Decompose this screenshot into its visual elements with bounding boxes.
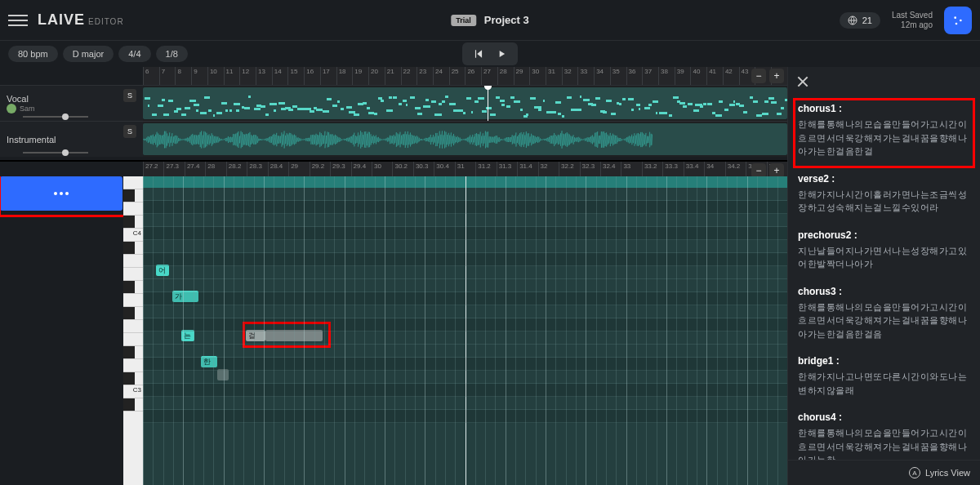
timesig-chip[interactable]: 4/4 bbox=[118, 46, 150, 62]
last-saved: Last Saved 12m ago bbox=[892, 11, 933, 30]
sparkle-icon bbox=[951, 14, 964, 27]
lyric-section-chorus4[interactable]: chorus4 :한해를통해나의모습을만들어가고시간이흐르면서더욱강해져가는걸내… bbox=[798, 412, 970, 460]
lyric-section-chorus3[interactable]: chorus3 :한해를통해나의모습을만들어가고시간이흐르면서더욱강해져가는걸내… bbox=[798, 286, 970, 341]
menu-icon[interactable] bbox=[8, 11, 28, 30]
track-header-instrumental[interactable]: Instrumental S bbox=[0, 121, 143, 157]
voice-name: Sam bbox=[20, 105, 35, 113]
solo-button-instrumental[interactable]: S bbox=[123, 125, 136, 138]
zoom-out-button[interactable]: − bbox=[751, 69, 766, 83]
prev-button[interactable] bbox=[470, 46, 487, 62]
transport-controls bbox=[462, 42, 518, 65]
solo-button-vocal[interactable]: S bbox=[123, 89, 136, 102]
globe-icon bbox=[848, 16, 858, 25]
trial-badge: Trial bbox=[451, 15, 476, 26]
lyric-section-title: verse2 : bbox=[798, 173, 970, 185]
loading-dots-icon bbox=[54, 192, 69, 195]
credits-count: 21 bbox=[862, 16, 872, 25]
lyrics-panel: chorus1 :한해를통해나의모습을만들어가고시간이흐르면서더욱강해져가는걸내… bbox=[787, 67, 980, 485]
track-header-vocal[interactable]: Vocal Sam S bbox=[0, 85, 143, 121]
lyric-section-text: 한해를통해나의모습을만들어가고시간이흐르면서더욱강해져가는걸내꿈을향해나아가는한… bbox=[798, 118, 970, 158]
play-button[interactable] bbox=[493, 46, 510, 62]
track-name-instrumental: Instrumental bbox=[7, 135, 136, 145]
pianoroll-ruler[interactable]: 27.227.327.42828.228.328.42929.229.329.4… bbox=[143, 162, 787, 176]
lyric-section-text: 한해를통해나의모습을만들어가고시간이흐르면서더욱강해져가는걸내꿈을향해나아가는한 bbox=[798, 426, 970, 460]
zoom-in-button[interactable]: + bbox=[769, 69, 784, 83]
lyric-section-title: prechorus2 : bbox=[798, 229, 970, 241]
timeline-ruler[interactable]: 6789101112131415161718192021222324252627… bbox=[143, 67, 787, 85]
lyric-section-title: chorus3 : bbox=[798, 286, 970, 297]
pianoroll-left-column: C4C3 bbox=[0, 176, 143, 485]
track-name-vocal: Vocal bbox=[7, 94, 136, 104]
skip-back-icon bbox=[473, 48, 484, 60]
waveform-icon bbox=[143, 127, 653, 152]
lyric-section-text: 한해를통해나의모습을만들어가고시간이흐르면서더욱강해져가는걸내꿈을향해나아가는한… bbox=[798, 300, 970, 341]
svg-point-1 bbox=[954, 16, 956, 19]
lyric-section-text: 지난날들어지나가면서나는성장해가고있어한발짝더나아가 bbox=[798, 244, 970, 271]
project-title[interactable]: Project 3 bbox=[484, 14, 529, 26]
app-header: LAIVE EDITOR Trial Project 3 21 Last Sav… bbox=[0, 0, 980, 41]
volume-slider-vocal[interactable] bbox=[23, 116, 88, 118]
close-icon[interactable] bbox=[796, 75, 809, 88]
lyric-section-title: chorus4 : bbox=[798, 412, 970, 423]
generating-indicator bbox=[0, 176, 122, 211]
key-chip[interactable]: D major bbox=[63, 46, 114, 62]
lyric-section-verse2[interactable]: verse2 :한해가지나시간이흘러가면나는조금씩성장하고성숙해지는걸느낄수있어… bbox=[798, 173, 970, 215]
lyric-section-bridge1[interactable]: bridge1 :한해가지나고나면또다른시간이와도나는변하지않을래 bbox=[798, 355, 970, 397]
piano-roll: 27.227.327.42828.228.328.42929.229.329.4… bbox=[0, 160, 787, 485]
arrangement-view: 6789101112131415161718192021222324252627… bbox=[0, 67, 787, 157]
lyric-section-text: 한해가지나시간이흘러가면나는조금씩성장하고성숙해지는걸느낄수있어라 bbox=[798, 188, 970, 215]
lyrics-view-icon: A bbox=[909, 467, 920, 478]
app-logo: LAIVE EDITOR bbox=[38, 11, 124, 29]
lyric-section-chorus1[interactable]: chorus1 :한해를통해나의모습을만들어가고시간이흐르면서더욱강해져가는걸내… bbox=[798, 103, 970, 158]
pianoroll-track-label bbox=[0, 162, 143, 176]
lyric-section-title: chorus1 : bbox=[798, 103, 970, 114]
pianoroll-grid[interactable]: 어 가 는 걸 한 bbox=[143, 176, 787, 485]
credits-pill[interactable]: 21 bbox=[840, 12, 880, 29]
svg-point-3 bbox=[956, 22, 958, 24]
tempo-chip[interactable]: 80 bpm bbox=[8, 46, 58, 62]
lyric-section-text: 한해가지나고나면또다른시간이와도나는변하지않을래 bbox=[798, 370, 970, 397]
lyrics-view-label: Lyrics View bbox=[925, 468, 970, 478]
piano-keyboard[interactable]: C4C3 bbox=[123, 176, 143, 485]
lyrics-view-toggle[interactable]: A Lyrics View bbox=[788, 460, 980, 485]
play-icon bbox=[496, 48, 507, 60]
avatar-icon bbox=[7, 104, 16, 113]
playhead-upper[interactable] bbox=[488, 86, 488, 121]
track-lane-instrumental[interactable] bbox=[143, 121, 787, 157]
lyric-section-prechorus2[interactable]: prechorus2 :지난날들어지나가면서나는성장해가고있어한발짝더나아가 bbox=[798, 229, 970, 271]
transport-bar: 80 bpm D major 4/4 1/8 bbox=[0, 41, 980, 67]
logo-text: LAIVE bbox=[38, 11, 85, 29]
grid-chip[interactable]: 1/8 bbox=[156, 46, 188, 62]
logo-sub: EDITOR bbox=[88, 17, 124, 26]
track-lane-vocal[interactable] bbox=[143, 85, 787, 121]
svg-point-2 bbox=[960, 19, 962, 21]
lyric-section-title: bridge1 : bbox=[798, 355, 970, 367]
volume-slider-instrumental[interactable] bbox=[23, 152, 88, 154]
ai-generate-button[interactable] bbox=[944, 7, 972, 34]
